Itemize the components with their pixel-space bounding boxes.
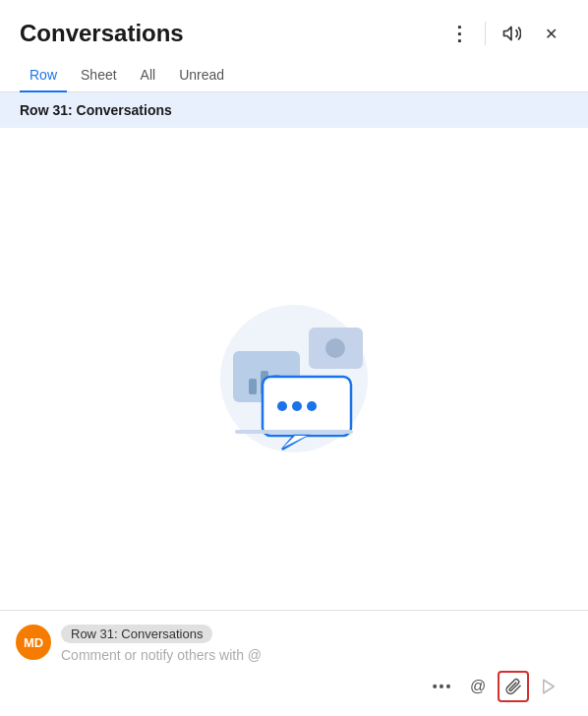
attachment-button[interactable] bbox=[498, 671, 529, 702]
tabs-bar: Row Sheet All Unread bbox=[0, 59, 588, 92]
svg-point-11 bbox=[292, 401, 302, 411]
notification-button[interactable] bbox=[494, 16, 529, 51]
vertical-divider bbox=[485, 22, 486, 45]
svg-marker-14 bbox=[544, 680, 555, 693]
header: Conversations ⋮ ✕ bbox=[0, 0, 588, 59]
bottom-section: MD Row 31: Conversations Comment or noti… bbox=[0, 610, 588, 716]
close-button[interactable]: ✕ bbox=[533, 16, 568, 51]
at-icon: @ bbox=[470, 678, 486, 695]
more-icon: ⋮ bbox=[449, 22, 470, 45]
svg-point-2 bbox=[325, 338, 345, 358]
mention-button[interactable]: @ bbox=[462, 671, 494, 702]
tab-row[interactable]: Row bbox=[20, 59, 67, 92]
tab-all[interactable]: All bbox=[131, 59, 166, 92]
svg-point-10 bbox=[277, 401, 287, 411]
context-label: Row 31: Conversations bbox=[20, 102, 172, 118]
comment-row: MD Row 31: Conversations Comment or noti… bbox=[16, 625, 572, 663]
svg-point-12 bbox=[307, 401, 317, 411]
conversations-panel: Conversations ⋮ ✕ Row Sheet All Unread bbox=[0, 0, 588, 716]
svg-rect-13 bbox=[235, 430, 353, 434]
avatar: MD bbox=[16, 625, 51, 660]
header-actions: ⋮ ✕ bbox=[441, 16, 568, 51]
context-row: Row 31: Conversations bbox=[0, 92, 588, 128]
send-icon bbox=[540, 678, 558, 695]
empty-state bbox=[0, 128, 588, 610]
paperclip-icon bbox=[504, 678, 522, 695]
megaphone-icon bbox=[501, 24, 521, 43]
avatar-initials: MD bbox=[24, 635, 43, 650]
comment-placeholder[interactable]: Comment or notify others with @ bbox=[61, 647, 572, 663]
comment-content: Row 31: Conversations Comment or notify … bbox=[61, 625, 572, 663]
close-icon: ✕ bbox=[545, 25, 558, 43]
empty-conversations-illustration bbox=[196, 280, 392, 457]
send-button[interactable] bbox=[533, 671, 564, 702]
comment-toolbar: ••• @ bbox=[16, 663, 572, 708]
svg-rect-4 bbox=[249, 379, 257, 394]
tab-sheet[interactable]: Sheet bbox=[71, 59, 127, 92]
dots-icon: ••• bbox=[433, 679, 453, 694]
panel-title: Conversations bbox=[20, 20, 184, 47]
more-options-button[interactable]: ⋮ bbox=[441, 16, 477, 51]
comment-tag: Row 31: Conversations bbox=[61, 625, 212, 643]
tab-unread[interactable]: Unread bbox=[169, 59, 234, 92]
more-actions-button[interactable]: ••• bbox=[427, 671, 458, 702]
